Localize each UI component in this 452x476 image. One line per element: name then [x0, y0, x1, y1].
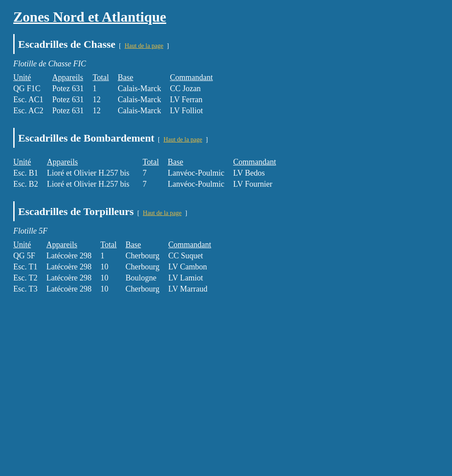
cell-2-3: Boulogne	[126, 273, 169, 284]
flotille-title-chasse-0: Flotille de Chasse FIC	[13, 59, 439, 69]
cell-2-2: 12	[93, 105, 118, 116]
col-header-3: Base	[118, 72, 170, 83]
cell-0-3: Cherbourg	[126, 250, 169, 261]
cell-1-0: Esc. B2	[13, 179, 47, 190]
cell-3-3: Cherbourg	[126, 284, 169, 295]
table-row: Esc. B1Lioré et Olivier H.257 bis7Lanvéo…	[13, 168, 285, 179]
cell-1-0: Esc. T1	[13, 261, 46, 273]
section-title-torpilleurs: Escadrilles de Torpilleurs	[18, 206, 134, 218]
cell-0-2: 1	[93, 83, 118, 94]
cell-2-0: Esc. T2	[13, 273, 46, 284]
cell-3-2: 10	[100, 284, 126, 295]
section-title-bombardement: Escadrilles de Bombardement	[18, 132, 154, 144]
cell-1-2: 12	[93, 94, 118, 105]
cell-2-1: Potez 631	[52, 105, 93, 116]
cell-1-4: LV Fournier	[233, 179, 285, 190]
cell-1-2: 7	[142, 179, 168, 190]
flotille-chasse-0: Flotille de Chasse FICUnitéAppareilsTota…	[13, 59, 439, 116]
section-heading-chasse: Escadrilles de Chasse[Haut de la page]	[13, 34, 439, 54]
cell-2-0: Esc. AC2	[13, 105, 52, 116]
cell-3-1: Latécoère 298	[46, 284, 100, 295]
table-header-row: UnitéAppareilsTotalBaseCommandant	[13, 157, 285, 168]
cell-1-3: Cherbourg	[126, 261, 169, 273]
table-torpilleurs-0: UnitéAppareilsTotalBaseCommandantQG 5FLa…	[13, 239, 220, 295]
col-header-4: Commandant	[169, 239, 220, 250]
haut-link-torpilleurs[interactable]: Haut de la page	[143, 210, 181, 217]
cell-0-4: CC Jozan	[170, 83, 222, 94]
cell-1-1: Lioré et Olivier H.257 bis	[47, 179, 142, 190]
cell-0-3: Calais-Marck	[118, 83, 170, 94]
cell-1-2: 10	[100, 261, 126, 273]
haut-link-bombardement[interactable]: Haut de la page	[164, 136, 202, 143]
table-row: QG 5FLatécoère 2981CherbourgCC Suquet	[13, 250, 220, 261]
col-header-3: Base	[126, 239, 169, 250]
table-row: Esc. AC1Potez 63112Calais-MarckLV Ferran	[13, 94, 222, 105]
col-header-0: Unité	[13, 157, 47, 168]
col-header-1: Appareils	[46, 239, 100, 250]
cell-0-1: Latécoère 298	[46, 250, 100, 261]
cell-1-1: Potez 631	[52, 94, 93, 105]
col-header-0: Unité	[13, 239, 46, 250]
cell-0-4: LV Bedos	[233, 168, 285, 179]
page-title: Zones Nord et Atlantique	[13, 9, 439, 25]
cell-2-1: Latécoère 298	[46, 273, 100, 284]
section-heading-bombardement: Escadrilles de Bombardement[Haut de la p…	[13, 128, 439, 148]
table-row: Esc. T1Latécoère 29810CherbourgLV Cambon	[13, 261, 220, 273]
flotille-title-torpilleurs-0: Flotille 5F	[13, 226, 439, 236]
col-header-3: Base	[168, 157, 233, 168]
cell-1-3: Lanvéoc-Poulmic	[168, 179, 233, 190]
table-row: Esc. AC2Potez 63112Calais-MarckLV Follio…	[13, 105, 222, 116]
table-header-row: UnitéAppareilsTotalBaseCommandant	[13, 239, 220, 250]
table-bombardement-0: UnitéAppareilsTotalBaseCommandantEsc. B1…	[13, 157, 285, 190]
col-header-2: Total	[100, 239, 126, 250]
cell-2-3: Calais-Marck	[118, 105, 170, 116]
cell-1-4: LV Ferran	[170, 94, 222, 105]
cell-0-1: Potez 631	[52, 83, 93, 94]
table-row: Esc. B2Lioré et Olivier H.257 bis7Lanvéo…	[13, 179, 285, 190]
cell-1-4: LV Cambon	[169, 261, 220, 273]
table-chasse-0: UnitéAppareilsTotalBaseCommandantQG F1CP…	[13, 72, 222, 116]
cell-0-0: QG F1C	[13, 83, 52, 94]
cell-2-2: 10	[100, 273, 126, 284]
table-row: Esc. T2Latécoère 29810BoulogneLV Lamiot	[13, 273, 220, 284]
cell-0-2: 1	[100, 250, 126, 261]
section-heading-torpilleurs: Escadrilles de Torpilleurs[Haut de la pa…	[13, 201, 439, 221]
haut-link-chasse[interactable]: Haut de la page	[125, 42, 163, 50]
col-header-2: Total	[142, 157, 168, 168]
section-title-chasse: Escadrilles de Chasse	[18, 38, 115, 50]
col-header-0: Unité	[13, 72, 52, 83]
cell-0-4: CC Suquet	[169, 250, 220, 261]
cell-0-0: Esc. B1	[13, 168, 47, 179]
table-row: QG F1CPotez 6311Calais-MarckCC Jozan	[13, 83, 222, 94]
cell-2-4: LV Folliot	[170, 105, 222, 116]
col-header-4: Commandant	[233, 157, 285, 168]
cell-2-4: LV Lamiot	[169, 273, 220, 284]
table-header-row: UnitéAppareilsTotalBaseCommandant	[13, 72, 222, 83]
cell-1-1: Latécoère 298	[46, 261, 100, 273]
cell-0-3: Lanvéoc-Poulmic	[168, 168, 233, 179]
col-header-2: Total	[93, 72, 118, 83]
cell-0-0: QG 5F	[13, 250, 46, 261]
col-header-4: Commandant	[170, 72, 222, 83]
cell-1-0: Esc. AC1	[13, 94, 52, 105]
col-header-1: Appareils	[47, 157, 142, 168]
cell-0-2: 7	[142, 168, 168, 179]
cell-0-1: Lioré et Olivier H.257 bis	[47, 168, 142, 179]
flotille-bombardement-0: UnitéAppareilsTotalBaseCommandantEsc. B1…	[13, 153, 439, 190]
cell-1-3: Calais-Marck	[118, 94, 170, 105]
cell-3-4: LV Marraud	[169, 284, 220, 295]
table-row: Esc. T3Latécoère 29810CherbourgLV Marrau…	[13, 284, 220, 295]
col-header-1: Appareils	[52, 72, 93, 83]
cell-3-0: Esc. T3	[13, 284, 46, 295]
flotille-torpilleurs-0: Flotille 5FUnitéAppareilsTotalBaseComman…	[13, 226, 439, 295]
